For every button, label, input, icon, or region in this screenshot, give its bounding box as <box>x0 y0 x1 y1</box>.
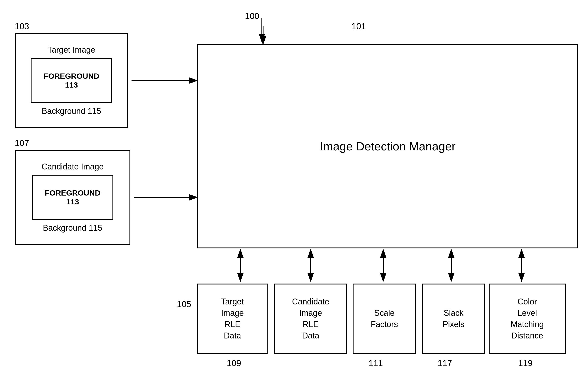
scale-factors-label2: Factors <box>369 319 400 330</box>
slack-pixels-label2: Pixels <box>441 319 466 330</box>
target-bg-label: Background 115 <box>40 106 103 117</box>
target-rle-label4: Data <box>222 330 243 342</box>
candidate-fg-number: 113 <box>66 197 79 206</box>
ref-103: 103 <box>15 22 29 31</box>
ref-100: 100 <box>245 11 259 21</box>
target-fg-number: 113 <box>65 80 78 90</box>
target-rle-label: Target <box>219 296 246 308</box>
main-box-label: Image Detection Manager <box>318 138 457 154</box>
candidate-rle-label4: Data <box>300 330 321 342</box>
diagram-container: 103 100 101 Target Image FOREGROUND 113 … <box>0 0 588 392</box>
slack-pixels-label: Slack <box>442 308 465 319</box>
scale-factors-label: Scale <box>372 308 396 319</box>
ref-107: 107 <box>15 138 29 148</box>
candidate-image-inner-box: FOREGROUND 113 <box>32 175 113 220</box>
target-image-box: Target Image FOREGROUND 113 Background 1… <box>15 33 128 128</box>
candidate-image-label: Candidate Image <box>40 161 105 172</box>
ref-111: 111 <box>369 358 383 368</box>
scale-factors-box: Scale Factors <box>353 284 416 354</box>
target-image-inner-box: FOREGROUND 113 <box>31 58 112 103</box>
slack-pixels-box: Slack Pixels <box>422 284 485 354</box>
ref-117: 117 <box>438 358 452 368</box>
target-rle-box: Target Image RLE Data <box>197 284 268 354</box>
candidate-fg-label: FOREGROUND <box>45 188 100 197</box>
candidate-rle-box: Candidate Image RLE Data <box>274 284 347 354</box>
color-level-label3: Matching <box>509 319 546 330</box>
ref-109: 109 <box>227 358 241 368</box>
main-box: Image Detection Manager <box>197 44 578 248</box>
target-image-label: Target Image <box>46 44 97 56</box>
target-rle-label3: RLE <box>223 319 242 330</box>
ref-101: 101 <box>352 22 366 31</box>
color-level-label: Color <box>516 296 539 308</box>
color-level-label4: Distance <box>510 330 545 342</box>
color-level-box: Color Level Matching Distance <box>489 284 566 354</box>
candidate-rle-label3: RLE <box>301 319 320 330</box>
color-level-label2: Level <box>516 308 539 319</box>
candidate-rle-label2: Image <box>298 308 324 319</box>
candidate-image-box: Candidate Image FOREGROUND 113 Backgroun… <box>15 150 130 245</box>
candidate-rle-label: Candidate <box>290 296 331 308</box>
ref-105: 105 <box>177 300 191 309</box>
ref-119: 119 <box>518 358 533 368</box>
candidate-bg-label: Background 115 <box>41 222 104 234</box>
target-rle-label2: Image <box>219 308 246 319</box>
target-fg-label: FOREGROUND <box>43 72 99 80</box>
